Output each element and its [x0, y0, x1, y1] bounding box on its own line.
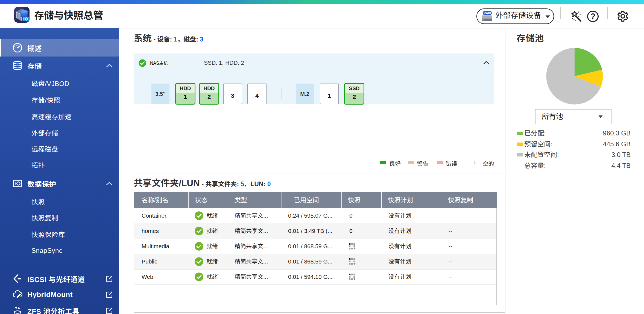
svg-text:?: ? — [590, 12, 596, 21]
svg-text:RAID: RAID — [484, 11, 491, 15]
